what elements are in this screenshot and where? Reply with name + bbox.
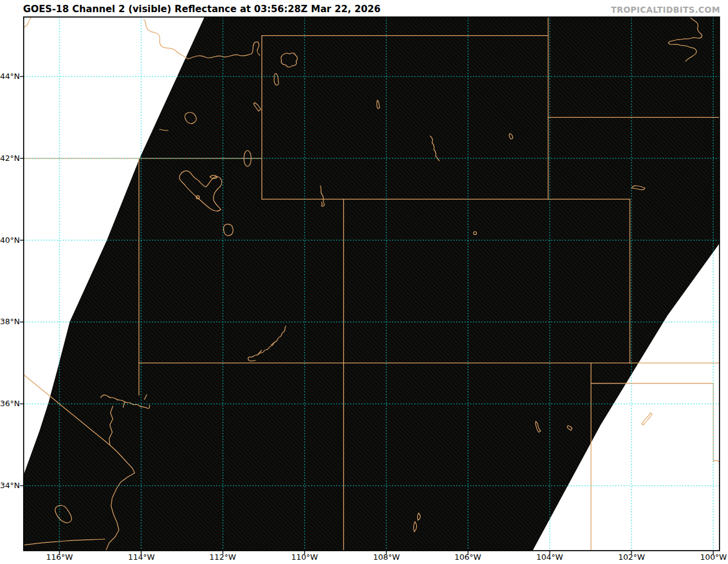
lat-tick-label: 44°N <box>0 72 19 81</box>
satellite-map-viewer: GOES-18 Channel 2 (visible) Reflectance … <box>0 0 728 564</box>
lon-tick-label: 108°W <box>367 553 406 562</box>
lon-tick-label: 114°W <box>122 553 161 562</box>
lat-tick-label: 38°N <box>0 318 19 326</box>
lat-tick-label: 36°N <box>0 399 19 408</box>
lon-tick-label: 116°W <box>40 553 79 562</box>
lon-tick-label: 100°W <box>694 553 728 562</box>
lat-tick-label: 42°N <box>0 154 19 163</box>
lat-tick-label: 40°N <box>0 236 19 245</box>
satellite-scan-region <box>24 17 720 551</box>
lon-tick-label: 110°W <box>285 553 324 562</box>
lon-tick-label: 102°W <box>612 553 651 562</box>
lat-tick-label: 34°N <box>0 481 19 490</box>
lon-tick-label: 106°W <box>448 553 487 562</box>
lon-tick-label: 104°W <box>530 553 569 562</box>
lon-tick-label: 112°W <box>203 553 242 562</box>
satellite-map-image <box>0 0 728 564</box>
